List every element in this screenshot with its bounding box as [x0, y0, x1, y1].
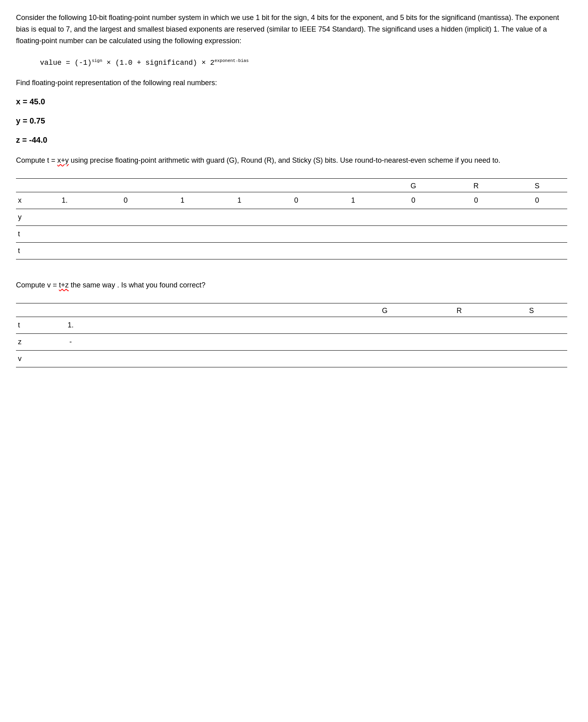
table1-x-v2: 1	[154, 192, 211, 209]
table2-v-v2	[157, 350, 205, 367]
compute-t-suffix: using precise floating-point arithmetic …	[69, 156, 501, 164]
table1-y-v1	[97, 209, 154, 226]
table2-h6	[300, 303, 347, 317]
table2-h4	[205, 303, 252, 317]
table1-x-v4: 0	[268, 192, 324, 209]
table2-v-label: v	[16, 350, 32, 367]
table2-z-label: z	[16, 333, 32, 350]
table2-v-v6	[347, 350, 423, 367]
table1-x-label: x	[16, 192, 32, 209]
table2-v-v5	[300, 350, 347, 367]
table1-h6	[325, 179, 381, 192]
compute-t-prefix: Compute t =	[16, 156, 58, 164]
table1-x-v1: 0	[97, 192, 154, 209]
compute-v-suffix: the same way . Is what you found correct…	[69, 281, 205, 289]
formula-text: value = (-1)sign × (1.0 + significand) ×…	[40, 58, 249, 67]
table1-t1-v5	[325, 226, 381, 243]
table1-t1-v2	[154, 226, 211, 243]
table2-hS: S	[496, 303, 567, 317]
table1-t1-v1	[97, 226, 154, 243]
table2-t-v6	[347, 317, 423, 333]
section-title: Find floating-point representation of th…	[16, 79, 567, 87]
table1-row-y: y	[16, 209, 567, 226]
intro-paragraph: Consider the following 10-bit floating-p…	[16, 12, 567, 46]
table1-y-v4	[268, 209, 324, 226]
table1-t2-v3	[211, 243, 268, 259]
table2-row-v: v	[16, 350, 567, 367]
table2-h0	[16, 303, 32, 317]
table2-container: G R S t 1.	[16, 303, 567, 367]
table2-z-v3	[205, 333, 252, 350]
table2-header-row: G R S	[16, 303, 567, 317]
table1-t1-v4	[268, 226, 324, 243]
table2-z-v1	[109, 333, 157, 350]
table2-v-v3	[205, 350, 252, 367]
table2-h3	[157, 303, 205, 317]
table2-v-v4	[252, 350, 300, 367]
compute-t-formula: x+y	[58, 156, 69, 164]
table1-row-x: x 1. 0 1 1 0 1 0 0 0	[16, 192, 567, 209]
table2-h1	[32, 303, 109, 317]
table2-t-v8	[496, 317, 567, 333]
table1-t2-v8	[507, 243, 567, 259]
table1-row-t-rounded: t	[16, 243, 567, 259]
table1: G R S x 1. 0 1 1 0 1 0 0 0	[16, 178, 567, 259]
table1-t1-label: t	[16, 226, 32, 243]
compute-t-description: Compute t = x+y using precise floating-p…	[16, 155, 567, 166]
table2-t-v2	[157, 317, 205, 333]
table2-v-v8	[496, 350, 567, 367]
table2: G R S t 1.	[16, 303, 567, 367]
compute-v-section: Compute v = t+z the same way . Is what y…	[16, 279, 567, 367]
table2-v-v7	[423, 350, 496, 367]
table1-row-t-sum: t	[16, 226, 567, 243]
table1-h3	[154, 179, 211, 192]
table2-z-v8	[496, 333, 567, 350]
formula-mid1: × (1.0 + significand) × 2	[102, 59, 215, 67]
table1-y-v6	[381, 209, 445, 226]
table2-v-v1	[109, 350, 157, 367]
formula-prefix: value = (-1)	[40, 59, 92, 67]
table1-t2-v1	[97, 243, 154, 259]
table1-t1-v6	[381, 226, 445, 243]
table2-t-v3	[205, 317, 252, 333]
table2-hG: G	[347, 303, 423, 317]
table1-x-v8: 0	[507, 192, 567, 209]
table1-x-v3: 1	[211, 192, 268, 209]
table1-t2-label: t	[16, 243, 32, 259]
table1-t2-v2	[154, 243, 211, 259]
formula-block: value = (-1)sign × (1.0 + significand) ×…	[40, 58, 567, 67]
compute-v-description: Compute v = t+z the same way . Is what y…	[16, 279, 567, 291]
table1-hR: R	[445, 179, 507, 192]
variable-z: z = -44.0	[16, 136, 567, 145]
table1-h0	[16, 179, 32, 192]
table2-row-z: z -	[16, 333, 567, 350]
table2-t-v5	[300, 317, 347, 333]
table2-z-v2	[157, 333, 205, 350]
table1-y-v0	[32, 209, 97, 226]
table2-t-label: t	[16, 317, 32, 333]
table1-y-label: y	[16, 209, 32, 226]
formula-sup2: exponent-bias	[215, 58, 249, 63]
table2-v-v0	[32, 350, 109, 367]
table1-y-v8	[507, 209, 567, 226]
variable-x: x = 45.0	[16, 97, 567, 106]
table1-x-v0: 1.	[32, 192, 97, 209]
formula-sup1: sign	[92, 58, 102, 63]
compute-v-formula: t+z	[59, 281, 69, 289]
variable-y: y = 0.75	[16, 116, 567, 126]
table1-t1-v8	[507, 226, 567, 243]
table1-x-v5: 1	[325, 192, 381, 209]
table2-z-v0: -	[32, 333, 109, 350]
table1-x-v7: 0	[445, 192, 507, 209]
table1-hS: S	[507, 179, 567, 192]
table1-h1	[32, 179, 97, 192]
table2-h5	[252, 303, 300, 317]
table2-t-v7	[423, 317, 496, 333]
table1-y-v3	[211, 209, 268, 226]
compute-v-prefix: Compute v =	[16, 281, 59, 289]
table1-t2-v0	[32, 243, 97, 259]
table1-y-v7	[445, 209, 507, 226]
table1-t1-v3	[211, 226, 268, 243]
table2-hR: R	[423, 303, 496, 317]
main-content: Consider the following 10-bit floating-p…	[16, 12, 567, 367]
